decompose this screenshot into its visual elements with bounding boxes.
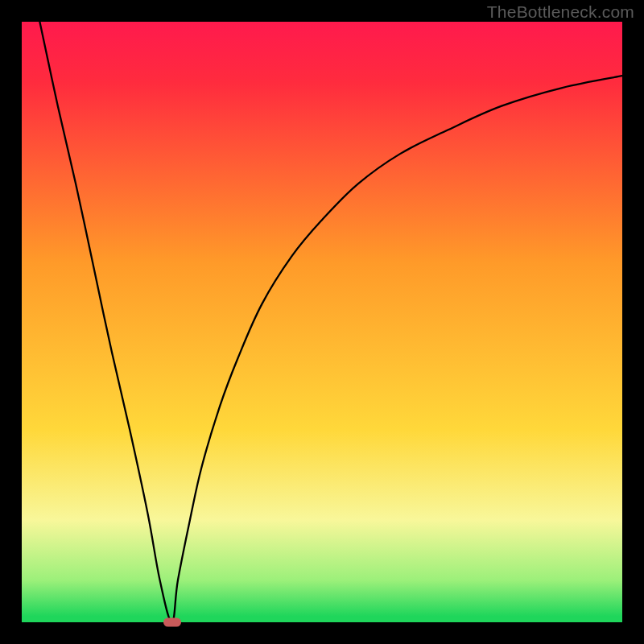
min-marker <box>163 618 181 627</box>
plot-area <box>22 22 622 622</box>
curve-path <box>39 22 622 622</box>
bottleneck-curve <box>22 22 622 622</box>
watermark-text: TheBottleneck.com <box>487 2 634 22</box>
chart-frame: TheBottleneck.com <box>0 0 644 644</box>
